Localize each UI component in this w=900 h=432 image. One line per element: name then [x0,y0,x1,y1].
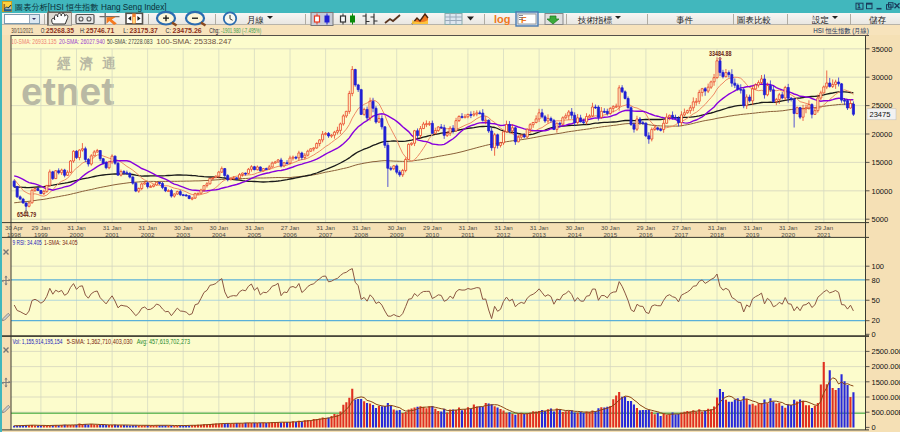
svg-text:30 Jan: 30 Jan [387,224,406,231]
svg-text:100-SMA: 25338.247: 100-SMA: 25338.247 [156,37,231,46]
svg-text:20000: 20000 [872,130,893,139]
svg-text:2004: 2004 [212,231,226,238]
svg-text:30000: 30000 [872,73,893,82]
svg-text:9 RSI: 34.405: 9 RSI: 34.405 [13,239,42,246]
svg-text:2020: 2020 [781,231,795,238]
svg-text:2019: 2019 [746,231,760,238]
svg-text:23475: 23475 [870,110,891,119]
svg-text:50-SMA: 27228.083: 50-SMA: 27228.083 [107,38,153,45]
svg-text:1999: 1999 [34,231,48,238]
svg-text:2016: 2016 [639,231,653,238]
svg-text:1-SMA: 34.405: 1-SMA: 34.405 [44,239,78,246]
svg-text:5000: 5000 [872,215,889,224]
svg-text:1500.000B: 1500.000B [872,378,900,387]
svg-text:25268.35: 25268.35 [46,26,74,35]
svg-text:10000: 10000 [872,187,893,196]
svg-text:Vol: 1,155,914,195,154: Vol: 1,155,914,195,154 [12,338,62,345]
svg-text:etnet: etnet [21,70,114,113]
svg-text:2009: 2009 [390,231,404,238]
svg-text:5-SMA: 1,362,710,403,030: 5-SMA: 1,362,710,403,030 [67,338,133,345]
svg-text:31 Jan: 31 Jan [316,224,335,231]
svg-text:2008: 2008 [354,231,368,238]
svg-text:10-SMA: 26933.135: 10-SMA: 26933.135 [11,38,57,45]
svg-text:經濟通: 經濟通 [56,56,125,71]
svg-text:30 Jan: 30 Jan [565,224,584,231]
svg-text:2000: 2000 [70,231,84,238]
svg-text:23475.26: 23475.26 [173,26,202,35]
svg-text:27 Jan: 27 Jan [281,224,300,231]
svg-text:2021: 2021 [817,231,831,238]
svg-text:2006: 2006 [283,231,297,238]
svg-text:-1901.980 (-7.495%): -1901.980 (-7.495%) [221,27,261,35]
svg-text:Chg:: Chg: [209,27,219,35]
svg-text:31 Jan: 31 Jan [494,224,513,231]
svg-text:2013: 2013 [532,231,546,238]
svg-text:2002: 2002 [141,231,155,238]
svg-text:33484.88: 33484.88 [709,50,732,57]
svg-text:31 Jan: 31 Jan [743,224,762,231]
svg-text:C:: C: [166,27,172,34]
svg-text:2007: 2007 [319,231,333,238]
svg-text:31 Jan: 31 Jan [459,224,478,231]
svg-text:50: 50 [872,296,880,305]
svg-text:6544.79: 6544.79 [17,211,36,218]
svg-text:31 Jan: 31 Jan [779,224,798,231]
svg-text:31 Jan: 31 Jan [245,224,264,231]
svg-text:31 Jan: 31 Jan [138,224,157,231]
svg-text:2017: 2017 [675,231,689,238]
svg-text:29 Jan: 29 Jan [32,224,51,231]
svg-text:log: log [494,13,511,25]
svg-text:0: 0 [872,330,876,339]
svg-text:29 Jan: 29 Jan [815,224,834,231]
svg-text:29 Jan: 29 Jan [423,224,442,231]
svg-text:0: 0 [872,423,876,432]
svg-text:2003: 2003 [176,231,190,238]
svg-text:29 Jan: 29 Jan [637,224,656,231]
svg-text:100: 100 [872,262,885,271]
svg-text:15000: 15000 [872,158,893,167]
svg-text:2000.000B: 2000.000B [872,362,900,371]
svg-text:2012: 2012 [497,231,511,238]
svg-text:2005: 2005 [248,231,262,238]
svg-text:31 Jan: 31 Jan [530,224,549,231]
svg-text:2015: 2015 [603,231,617,238]
svg-text:500.000B: 500.000B [872,408,900,417]
svg-text:HSI 恒生指數 (月線): HSI 恒生指數 (月線) [813,27,869,35]
svg-text:O:: O: [41,27,46,34]
svg-text:27 Jan: 27 Jan [672,224,691,231]
svg-text:31 Jan: 31 Jan [67,224,86,231]
svg-text:H:: H: [80,27,85,34]
svg-text:35000: 35000 [872,45,893,54]
svg-text:31 Jan: 31 Jan [352,224,371,231]
svg-text:31 Jan: 31 Jan [708,224,727,231]
svg-text:1998: 1998 [7,231,21,238]
svg-text:2014: 2014 [568,231,582,238]
svg-text:2500.000B: 2500.000B [872,347,900,356]
svg-text:L:: L: [123,27,128,34]
svg-text:2011: 2011 [461,231,475,238]
svg-text:30/11/2021: 30/11/2021 [11,27,33,34]
svg-text:20: 20 [872,316,880,325]
svg-text:Avg: 457,619,702,273: Avg: 457,619,702,273 [137,338,191,346]
svg-text:1000.000B: 1000.000B [872,393,900,402]
svg-text:30 Jan: 30 Jan [210,224,229,231]
svg-text:31 Jan: 31 Jan [103,224,122,231]
svg-text:30 Jan: 30 Jan [601,224,620,231]
svg-text:2010: 2010 [425,231,439,238]
svg-text:20-SMA: 26027.940: 20-SMA: 26027.940 [59,38,105,45]
svg-text:30 Apr: 30 Apr [5,224,23,231]
svg-text:80: 80 [872,276,880,285]
svg-text:F: F [521,15,527,25]
svg-text:30 Jan: 30 Jan [174,224,193,231]
svg-text:25746.71: 25746.71 [86,26,114,35]
svg-text:2001: 2001 [105,231,119,238]
svg-text:2018: 2018 [710,231,724,238]
svg-text:23175.37: 23175.37 [129,26,158,35]
